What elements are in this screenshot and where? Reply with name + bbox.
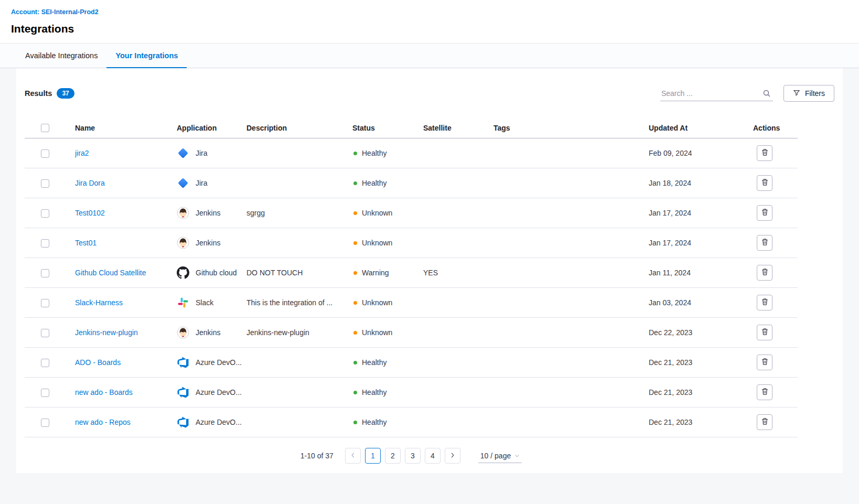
- trash-icon: [761, 148, 769, 158]
- page-button-2[interactable]: 2: [385, 448, 401, 464]
- status-text: Unknown: [362, 209, 392, 217]
- tags-value: [493, 228, 649, 258]
- github-icon: [177, 266, 189, 279]
- prev-page-button[interactable]: [345, 448, 361, 464]
- page-buttons: 1234: [365, 448, 441, 464]
- table-header-row: NameApplicationDescriptionStatusSatellit…: [25, 117, 798, 138]
- delete-button[interactable]: [757, 355, 772, 370]
- delete-button[interactable]: [757, 205, 772, 221]
- tab-your-integrations[interactable]: Your Integrations: [106, 44, 187, 68]
- application-label: Slack: [196, 298, 213, 307]
- row-checkbox[interactable]: [41, 359, 49, 367]
- tags-value: [493, 408, 649, 437]
- filters-button[interactable]: Filters: [783, 85, 834, 102]
- row-checkbox[interactable]: [41, 329, 49, 337]
- row-checkbox[interactable]: [41, 179, 49, 188]
- page-button-4[interactable]: 4: [425, 448, 441, 464]
- row-checkbox[interactable]: [41, 239, 49, 248]
- trash-icon: [761, 178, 769, 188]
- satellite-value: [423, 288, 493, 318]
- slack-icon: [177, 296, 189, 309]
- row-checkbox[interactable]: [41, 209, 49, 218]
- delete-button[interactable]: [757, 295, 772, 310]
- toolbar: Results 37 Filters: [25, 85, 834, 102]
- status-text: Healthy: [362, 179, 386, 187]
- integration-name-link[interactable]: new ado - Repos: [75, 418, 131, 426]
- table-row: Github Cloud SatelliteGithub cloudDO NOT…: [25, 258, 798, 288]
- tags-value: [493, 198, 649, 228]
- trash-icon: [761, 358, 769, 367]
- tags-value: [493, 348, 649, 378]
- status-dot: [353, 241, 357, 245]
- page-header: Account: SEI-Internal-Prod2 Integrations: [0, 0, 859, 44]
- updated-at: Dec 22, 2023: [649, 318, 753, 348]
- column-header-description: Description: [246, 117, 352, 138]
- table-row: new ado - BoardsAzure DevO...HealthyDec …: [25, 378, 798, 408]
- results-count-badge: 37: [57, 88, 74, 99]
- status-text: Healthy: [362, 388, 386, 396]
- integration-name-link[interactable]: Test01: [75, 239, 96, 247]
- trash-icon: [761, 298, 769, 307]
- chevron-left-icon: [350, 452, 356, 460]
- delete-button[interactable]: [757, 384, 772, 400]
- tags-value: [493, 318, 649, 348]
- status-dot: [353, 391, 357, 394]
- integration-name-link[interactable]: jira2: [75, 149, 89, 157]
- row-checkbox[interactable]: [41, 149, 49, 158]
- status-text: Unknown: [362, 328, 392, 337]
- delete-button[interactable]: [757, 414, 772, 430]
- table-row: Test01JenkinsUnknownJan 17, 2024: [25, 228, 798, 258]
- delete-button[interactable]: [757, 175, 772, 191]
- row-checkbox[interactable]: [41, 419, 49, 427]
- chevron-down-icon: [514, 452, 520, 460]
- integration-name-link[interactable]: Test0102: [75, 209, 105, 217]
- tab-bar: Available Integrations Your Integrations: [0, 44, 859, 68]
- application-label: Azure DevO...: [196, 358, 242, 367]
- page-size-select[interactable]: 10 / page: [478, 449, 522, 463]
- updated-at: Dec 21, 2023: [649, 408, 753, 437]
- delete-button[interactable]: [757, 145, 772, 161]
- description-text: [246, 138, 352, 168]
- description-text: [246, 168, 352, 198]
- column-header-satellite: Satellite: [423, 117, 493, 138]
- jira-icon: [177, 147, 189, 159]
- integration-name-link[interactable]: ADO - Boards: [75, 358, 121, 367]
- tab-available-integrations[interactable]: Available Integrations: [16, 44, 106, 68]
- row-checkbox[interactable]: [41, 389, 49, 397]
- trash-icon: [761, 388, 769, 397]
- integration-name-link[interactable]: new ado - Boards: [75, 388, 133, 396]
- row-checkbox[interactable]: [41, 269, 49, 277]
- application-label: Jira: [196, 149, 208, 157]
- page-size-label: 10 / page: [480, 452, 511, 460]
- description-text: [246, 408, 352, 437]
- status-dot: [353, 361, 357, 364]
- integrations-page: Account: SEI-Internal-Prod2 Integrations…: [0, 0, 859, 473]
- delete-button[interactable]: [757, 265, 772, 281]
- delete-button[interactable]: [757, 325, 772, 340]
- next-page-button[interactable]: [445, 448, 460, 464]
- account-link[interactable]: Account: SEI-Internal-Prod2: [11, 8, 99, 16]
- status-dot: [353, 152, 357, 155]
- description-text: DO NOT TOUCH: [246, 258, 352, 288]
- integrations-card: Results 37 Filters: [16, 68, 843, 473]
- page-button-3[interactable]: 3: [405, 448, 421, 464]
- description-text: [246, 348, 352, 378]
- column-header-name: Name: [75, 117, 177, 138]
- integration-name-link[interactable]: Slack-Harness: [75, 298, 123, 307]
- page-button-1[interactable]: 1: [365, 448, 381, 464]
- column-header-updated-at: Updated At: [649, 117, 753, 138]
- integration-name-link[interactable]: Jira Dora: [75, 179, 105, 187]
- select-all-checkbox[interactable]: [41, 124, 49, 132]
- updated-at: Jan 17, 2024: [649, 198, 753, 228]
- integration-name-link[interactable]: Jenkins-new-plugin: [75, 328, 138, 337]
- integrations-table: NameApplicationDescriptionStatusSatellit…: [25, 117, 798, 437]
- row-checkbox[interactable]: [41, 299, 49, 307]
- description-text: [246, 378, 352, 408]
- delete-button[interactable]: [757, 235, 772, 251]
- satellite-value: [423, 348, 493, 378]
- tags-value: [493, 258, 649, 288]
- integration-name-link[interactable]: Github Cloud Satellite: [75, 269, 146, 277]
- chevron-right-icon: [449, 452, 456, 460]
- search-input[interactable]: [660, 86, 773, 101]
- search-wrap: [660, 86, 773, 101]
